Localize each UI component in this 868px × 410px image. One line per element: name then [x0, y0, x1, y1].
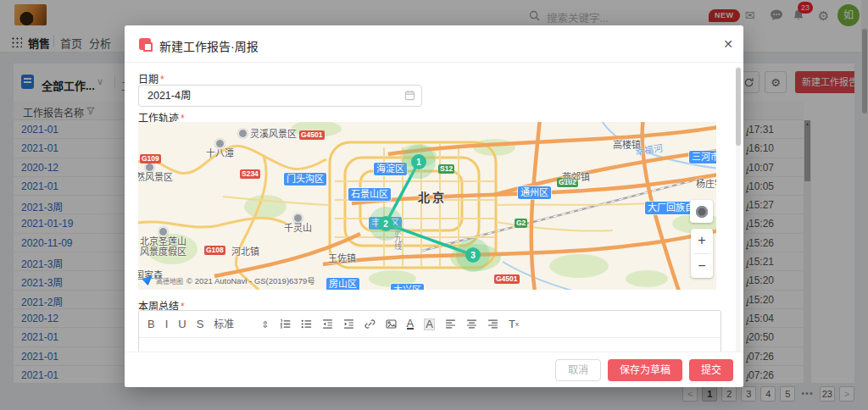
zoom-out-button[interactable]: −	[691, 254, 713, 279]
date-label: 日期	[138, 71, 164, 86]
editor-tool-bold[interactable]: B	[147, 319, 155, 330]
map-label: 石景山区	[348, 188, 391, 201]
editor-toolbar: BIUS标准⇕AATx	[139, 311, 721, 338]
save-draft-button[interactable]: 保存为草稿	[608, 359, 682, 381]
map-label: 河北镇	[231, 244, 259, 258]
editor-tool-italic[interactable]: I	[165, 319, 169, 330]
map-label: G4501	[494, 274, 520, 284]
poi-icon	[215, 139, 225, 148]
editor-tool-color[interactable]: A	[407, 319, 415, 330]
work-track-map[interactable]: 灵溪风景区十八潭自然风景区北京圣莲山风景度假区千灵山G109G4501S234G…	[138, 122, 716, 290]
map-label: 大兴区	[391, 284, 424, 290]
editor-tool-indent[interactable]	[343, 319, 354, 330]
date-input[interactable]: 2021-4周	[138, 85, 422, 107]
poi-icon	[293, 213, 303, 223]
editor-tool-outdent[interactable]	[322, 319, 333, 330]
editor-tool-alignR[interactable]	[487, 319, 498, 330]
report-icon	[139, 38, 151, 50]
poi-icon	[145, 163, 154, 172]
cancel-button[interactable]: 取消	[555, 359, 601, 381]
editor-tool-strike[interactable]: S	[197, 319, 204, 330]
map-label: 王佐镇	[328, 251, 356, 264]
map-zoom-control: + −	[691, 229, 713, 278]
map-label: 千灵山	[284, 213, 312, 233]
map-label: 海淀区	[374, 163, 407, 175]
locate-button[interactable]	[690, 200, 713, 223]
editor-tool-size[interactable]: ⇕	[261, 319, 269, 330]
map-label: 门头沟区	[284, 173, 326, 186]
map-label: S12	[438, 164, 454, 174]
map-label: G108	[204, 246, 225, 255]
map-label: 北京	[418, 188, 447, 205]
editor-tool-link[interactable]	[364, 319, 376, 330]
map-label: G2	[515, 219, 527, 228]
amap-logo	[142, 275, 153, 285]
editor-tool-alignL[interactable]	[445, 319, 456, 330]
map-label: 房山区	[326, 278, 359, 290]
map-attribution: 高德地图 © 2021 AutoNavi - GS(2019)6379号	[142, 274, 315, 286]
editor-tool-image[interactable]	[386, 319, 397, 330]
map-label: 三河市	[689, 151, 716, 163]
map-brand: 高德地图	[156, 276, 183, 285]
map-label: S234	[240, 169, 260, 179]
editor-tool-bg[interactable]: A	[424, 319, 435, 330]
modal-footer: 取消 保存为草稿 提交	[125, 352, 743, 387]
editor-tool-ul[interactable]	[301, 319, 312, 330]
zoom-in-button[interactable]: +	[691, 229, 713, 253]
poi-icon	[159, 227, 168, 236]
new-report-modal: 新建工作报告·周报 ✕ 日期 2021-4周 工作轨迹	[125, 25, 743, 387]
modal-scrollbar-thumb[interactable]	[736, 68, 741, 146]
map-label: 北京圣莲山风景度假区	[140, 227, 186, 257]
map-label: G4501	[299, 130, 325, 140]
map-label: 十八潭	[206, 139, 234, 158]
poi-icon	[238, 129, 248, 138]
map-label: 京九线	[392, 227, 403, 250]
editor-tool-style[interactable]: 标准	[214, 319, 251, 330]
editor-tool-ol[interactable]	[280, 319, 291, 330]
editor-tool-alignC[interactable]	[466, 319, 477, 330]
locate-icon	[696, 206, 708, 218]
editor-tool-underline[interactable]: U	[178, 319, 186, 330]
editor-tool-clear[interactable]: Tx	[509, 319, 519, 330]
modal-scrollbar[interactable]	[736, 66, 741, 383]
map-label: 杨庄镇	[696, 176, 716, 190]
map-label: G109	[140, 154, 161, 163]
modal-header: 新建工作报告·周报 ✕	[125, 25, 743, 63]
map-label: 自然风景区	[138, 163, 173, 182]
map-labels: 灵溪风景区十八潭自然风景区北京圣莲山风景度假区千灵山G109G4501S234G…	[138, 122, 716, 290]
map-label: 燕郊镇	[562, 169, 590, 183]
map-copyright: © 2021 AutoNavi - GS(2019)6379号	[186, 274, 315, 286]
app-root: 搜索关键字... NEW ✉ 23 ⚙ 如 销售 首页 分析 全部工作... ∨…	[0, 0, 868, 410]
close-icon[interactable]: ✕	[720, 36, 737, 53]
map-label: 灵溪风景区	[238, 126, 297, 140]
modal-title: 新建工作报告·周报	[159, 37, 259, 54]
map-label: 通州区	[518, 186, 551, 199]
submit-button[interactable]: 提交	[689, 359, 733, 381]
calendar-icon[interactable]	[404, 90, 415, 101]
